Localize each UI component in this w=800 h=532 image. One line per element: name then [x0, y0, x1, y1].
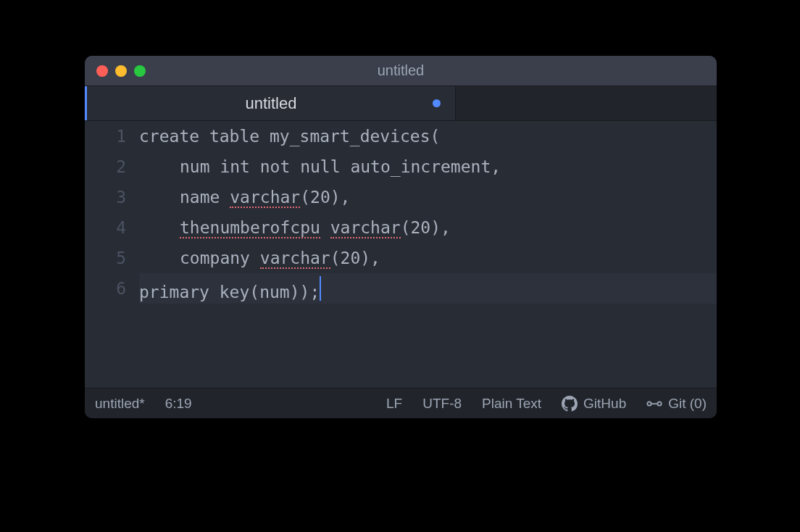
line-number-gutter: 1 2 3 4 5 6 [85, 121, 139, 388]
status-cursor-position[interactable]: 6:19 [165, 396, 192, 412]
svg-point-1 [658, 402, 662, 405]
tab-label: untitled [246, 94, 297, 113]
svg-point-0 [648, 402, 651, 405]
maximize-button[interactable] [134, 65, 146, 77]
editor-window: untitled untitled 1 2 3 4 5 6 create tab… [85, 56, 717, 418]
status-encoding[interactable]: UTF-8 [422, 396, 462, 412]
line-number: 5 [85, 243, 126, 273]
status-filename[interactable]: untitled* [95, 396, 145, 412]
statusbar: untitled* 6:19 LF UTF-8 Plain Text GitHu… [85, 388, 717, 418]
code-line-active: primary key(num)); [139, 273, 717, 304]
status-grammar[interactable]: Plain Text [482, 396, 541, 412]
editor-area[interactable]: 1 2 3 4 5 6 create table my_smart_device… [85, 121, 717, 388]
traffic-lights [85, 65, 146, 77]
dirty-indicator-icon [433, 99, 441, 107]
code-line: create table my_smart_devices( [139, 121, 717, 151]
code-line: company varchar(20), [139, 243, 717, 273]
line-number: 2 [85, 151, 126, 182]
git-branch-icon [646, 399, 662, 409]
minimize-button[interactable] [115, 65, 127, 77]
line-number: 4 [85, 212, 126, 243]
spell-error: varchar [260, 249, 330, 269]
cursor-icon [320, 276, 321, 301]
spell-error: varchar [230, 188, 300, 208]
titlebar: untitled [85, 56, 717, 86]
window-title: untitled [378, 62, 425, 79]
tab-untitled[interactable]: untitled [85, 86, 456, 120]
code-content[interactable]: create table my_smart_devices( num int n… [139, 121, 717, 388]
status-github[interactable]: GitHub [562, 396, 626, 412]
line-number: 6 [85, 273, 126, 304]
status-eol[interactable]: LF [386, 396, 402, 412]
line-number: 1 [85, 121, 126, 151]
spell-error: varchar [330, 218, 401, 238]
code-line: thenumberofcpu varchar(20), [139, 212, 717, 243]
line-number: 3 [85, 182, 126, 212]
status-git[interactable]: Git (0) [646, 396, 707, 412]
code-line: num int not null auto_increment, [139, 151, 717, 182]
close-button[interactable] [96, 65, 108, 77]
code-line: name varchar(20), [139, 182, 717, 212]
spell-error: thenumberofcpu [180, 218, 320, 238]
github-icon [562, 396, 578, 412]
tabbar: untitled [85, 86, 717, 121]
